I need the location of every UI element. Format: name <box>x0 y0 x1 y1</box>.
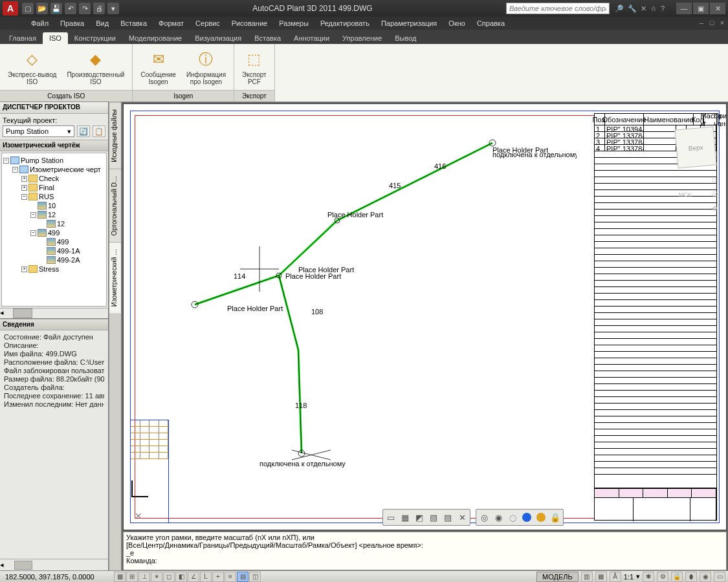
tree-folder[interactable]: Stress <box>39 265 59 273</box>
snap-toggle[interactable]: ▦ <box>114 572 126 582</box>
tab-output[interactable]: Вывод <box>388 32 423 44</box>
tree-folder[interactable]: RUS <box>39 193 54 200</box>
menu-service[interactable]: Сервис <box>190 18 225 28</box>
undo-icon[interactable]: ↶ <box>65 3 76 14</box>
production-iso-button[interactable]: ◆Производственный ISO <box>64 48 127 87</box>
key-icon[interactable]: 🔧 <box>628 5 637 13</box>
annovis-icon[interactable]: ✱ <box>643 572 654 582</box>
layout-btn2-icon[interactable]: ▦ <box>399 511 412 524</box>
vis-color2-icon[interactable] <box>535 511 547 524</box>
tree-expand-icon[interactable]: + <box>21 185 27 191</box>
tree-sub[interactable]: Изометрические черт <box>30 166 101 173</box>
tab-home[interactable]: Главная <box>3 32 43 44</box>
tree-expand-icon[interactable]: + <box>21 176 27 182</box>
vis-style1-icon[interactable]: ◎ <box>478 511 491 524</box>
layout-btn4-icon[interactable]: ▧ <box>427 511 440 524</box>
menu-modify[interactable]: Редактировать <box>315 18 375 28</box>
tree-line[interactable]: 12 <box>48 211 56 219</box>
steering-wheel-icon[interactable]: ◎ <box>712 189 718 198</box>
layout-btn3-icon[interactable]: ◩ <box>413 511 426 524</box>
otrack-toggle[interactable]: ∠ <box>188 572 199 582</box>
ducs-toggle[interactable]: L <box>200 572 212 582</box>
quickview-layouts-icon[interactable]: ▥ <box>581 572 593 582</box>
new-icon[interactable]: ▢ <box>22 3 34 14</box>
toolbar-lock-icon[interactable]: 🔒 <box>671 572 683 582</box>
tree-dwg[interactable]: 12 <box>57 220 65 228</box>
maximize-button[interactable]: ▣ <box>693 3 709 14</box>
qat-more-icon[interactable]: ▾ <box>107 3 119 14</box>
menu-window[interactable]: Окно <box>443 18 470 28</box>
tree-collapse-icon[interactable]: − <box>30 212 36 218</box>
tree-collapse-icon[interactable]: − <box>3 158 9 164</box>
isolate-icon[interactable]: ◉ <box>700 572 711 582</box>
redo-icon[interactable]: ↷ <box>79 3 91 14</box>
tree-collapse-icon[interactable]: − <box>30 230 36 236</box>
minimize-button[interactable]: — <box>676 3 692 14</box>
model-space-button[interactable]: МОДЕЛЬ <box>536 572 579 582</box>
tree-dwg[interactable]: 499-2A <box>57 256 80 264</box>
project-tool2-icon[interactable]: 📋 <box>93 125 105 137</box>
drawing-viewport[interactable]: Поз. Обозначение Наименование Кол. Масса… <box>123 103 727 530</box>
chevron-down-icon[interactable]: ▾ <box>636 572 640 581</box>
ortho-toggle[interactable]: ⊥ <box>138 572 150 582</box>
save-icon[interactable]: 💾 <box>50 3 62 14</box>
workspace-icon[interactable]: ⚙ <box>657 572 668 582</box>
export-pcf-button[interactable]: ⬚Экспорт PCF <box>239 48 269 87</box>
vis-style2-icon[interactable]: ◉ <box>492 511 505 524</box>
isogen-info-button[interactable]: ⓘИнформация про Isogen <box>184 48 228 87</box>
menu-dim[interactable]: Размеры <box>274 18 314 28</box>
sc-toggle[interactable]: ◫ <box>249 572 261 582</box>
quickview-dwgs-icon[interactable]: ▦ <box>595 572 607 582</box>
project-tree[interactable]: −Pump Station −Изометрические черт +Chec… <box>1 153 107 307</box>
help-icon[interactable]: ? <box>661 5 665 13</box>
vis-style3-icon[interactable]: ◌ <box>506 511 519 524</box>
3dsnap-toggle[interactable]: ◧ <box>175 572 187 582</box>
tree-dwg[interactable]: 499 <box>57 238 69 246</box>
tree-collapse-icon[interactable]: − <box>21 194 27 200</box>
wcs-label[interactable]: МСК <box>679 191 691 198</box>
print-icon[interactable]: 🖨 <box>93 3 105 14</box>
binoculars-icon[interactable]: 🔎 <box>615 5 624 13</box>
tree-dwg[interactable]: 499-1A <box>57 247 80 255</box>
annoscale-icon[interactable]: Å <box>610 572 621 582</box>
tree-collapse-icon[interactable]: − <box>12 167 18 173</box>
search-input[interactable] <box>506 3 610 14</box>
menu-help[interactable]: Справка <box>472 18 510 28</box>
menu-param[interactable]: Параметризация <box>376 18 442 28</box>
tab-annotate[interactable]: Аннотации <box>287 32 336 44</box>
dyn-toggle[interactable]: + <box>212 572 224 582</box>
close-button[interactable]: ✕ <box>710 3 725 14</box>
tab-insert[interactable]: Вставка <box>248 32 287 44</box>
doc-close-icon[interactable]: × <box>718 19 727 28</box>
home-icon[interactable]: ⌂ <box>712 175 718 183</box>
lwt-toggle[interactable]: ≡ <box>225 572 236 582</box>
open-icon[interactable]: 📂 <box>36 3 48 14</box>
side-tab-ortho[interactable]: Ортогональный D… <box>109 169 121 242</box>
vis-color1-icon[interactable] <box>520 511 533 524</box>
side-tab-source[interactable]: Исходные файлы <box>109 102 121 169</box>
clean-screen-icon[interactable]: ▭ <box>714 572 725 582</box>
isogen-message-button[interactable]: ✉Сообщение Isogen <box>138 48 178 87</box>
polar-toggle[interactable]: ✶ <box>151 572 162 582</box>
pan-icon[interactable]: ✥ <box>712 204 718 213</box>
osnap-toggle[interactable]: ◻ <box>163 572 175 582</box>
project-combo[interactable]: Pump Station▾ <box>3 125 74 137</box>
app-logo[interactable]: A <box>3 1 18 16</box>
command-line[interactable]: Укажите угол рамки, введите масштаб (nX … <box>123 532 727 570</box>
tree-folder[interactable]: Final <box>39 184 54 191</box>
tree-line[interactable]: 10 <box>48 202 56 210</box>
favorite-icon[interactable]: ☆ <box>650 5 657 13</box>
menu-format[interactable]: Формат <box>153 18 189 28</box>
tree-expand-icon[interactable]: + <box>21 266 27 272</box>
tab-iso[interactable]: ISO <box>43 32 68 44</box>
menu-draw[interactable]: Рисование <box>226 18 272 28</box>
hardware-accel-icon[interactable]: ⬮ <box>685 572 697 582</box>
doc-minimize-icon[interactable]: – <box>697 19 706 28</box>
tab-manage[interactable]: Управление <box>336 32 388 44</box>
tab-structures[interactable]: Конструкции <box>68 32 122 44</box>
layout-close-icon[interactable]: ✕ <box>456 511 469 524</box>
scale-display[interactable]: 1:1 <box>624 573 634 581</box>
project-tool1-icon[interactable]: 🔄 <box>77 125 90 137</box>
menu-insert[interactable]: Вставка <box>115 18 152 28</box>
doc-restore-icon[interactable]: □ <box>707 19 716 28</box>
